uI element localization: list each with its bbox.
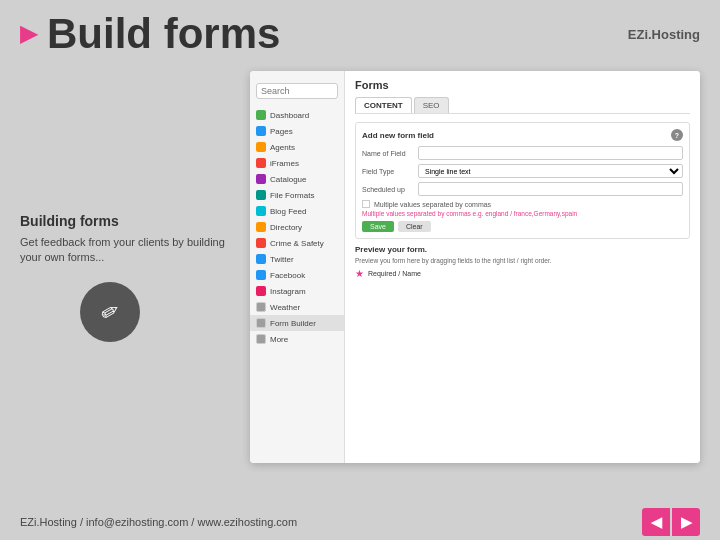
left-text-area: Building forms Get feedback from your cl… xyxy=(20,73,230,342)
sidebar-item-agents[interactable]: Agents xyxy=(250,139,344,155)
field-type-select[interactable]: Single line text Multi line text Dropdow… xyxy=(418,164,683,178)
header: ▶ Build forms EZi.Hosting xyxy=(0,0,720,63)
cms-tabs: CONTENT SEO xyxy=(355,97,690,114)
dashboard-nav-icon xyxy=(256,110,266,120)
cms-nav: Dashboard Pages Agents iFrames Catalogue… xyxy=(250,71,345,463)
nav-buttons: ◀ ▶ xyxy=(642,508,700,536)
sidebar-item-label: Form Builder xyxy=(270,319,316,328)
form-section-title: Add new form field ? xyxy=(362,129,683,141)
blogfeed-nav-icon xyxy=(256,206,266,216)
name-field-label: Name of Field xyxy=(362,150,412,157)
formbuilder-nav-icon xyxy=(256,318,266,328)
catalogue-nav-icon xyxy=(256,174,266,184)
sidebar-item-label: Twitter xyxy=(270,255,294,264)
sidebar-item-label: Instagram xyxy=(270,287,306,296)
preview-field-row: ★ Required / Name xyxy=(355,268,690,279)
cms-main: Forms CONTENT SEO Add new form field ? N… xyxy=(345,71,700,463)
more-nav-icon xyxy=(256,334,266,344)
footer: EZi.Hosting / info@ezihosting.com / www.… xyxy=(0,504,720,540)
left-panel: Building forms Get feedback from your cl… xyxy=(20,63,230,463)
preview-desc: Preview you form here by dragging fields… xyxy=(355,257,690,264)
form-section: Add new form field ? Name of Field Field… xyxy=(355,122,690,239)
arrow-icon: ▶ xyxy=(20,21,37,47)
header-title-area: ▶ Build forms xyxy=(20,10,280,58)
pencil-circle: ✏ xyxy=(80,282,140,342)
sidebar-item-facebook[interactable]: Facebook xyxy=(250,267,344,283)
sidebar-item-directory[interactable]: Directory xyxy=(250,219,344,235)
crime-nav-icon xyxy=(256,238,266,248)
page-title: Build forms xyxy=(47,10,280,58)
clear-button[interactable]: Clear xyxy=(398,221,431,232)
brand-logo: EZi.Hosting xyxy=(628,27,700,42)
facebook-nav-icon xyxy=(256,270,266,280)
sidebar-item-twitter[interactable]: Twitter xyxy=(250,251,344,267)
required-row: Multiple values separated by commas xyxy=(362,200,683,208)
agents-nav-icon xyxy=(256,142,266,152)
sidebar-item-label: Dashboard xyxy=(270,111,309,120)
weather-nav-icon xyxy=(256,302,266,312)
field-type-row: Field Type Single line text Multi line t… xyxy=(362,164,683,178)
fileformats-nav-icon xyxy=(256,190,266,200)
sidebar-item-blogfeed[interactable]: Blog Feed xyxy=(250,203,344,219)
values-hint: Multiple values separated by commas e.g.… xyxy=(362,210,683,217)
instagram-nav-icon xyxy=(256,286,266,296)
button-row: Save Clear xyxy=(362,221,683,232)
main-content: Building forms Get feedback from your cl… xyxy=(0,63,720,463)
sidebar-item-dashboard[interactable]: Dashboard xyxy=(250,107,344,123)
sidebar-item-label: File Formats xyxy=(270,191,314,200)
required-checkbox[interactable] xyxy=(362,200,370,208)
sidebar-item-label: Agents xyxy=(270,143,295,152)
next-button[interactable]: ▶ xyxy=(672,508,700,536)
sidebar-item-instagram[interactable]: Instagram xyxy=(250,283,344,299)
tab-content[interactable]: CONTENT xyxy=(355,97,412,113)
star-icon: ★ xyxy=(355,268,364,279)
sidebar-item-label: Blog Feed xyxy=(270,207,306,216)
twitter-nav-icon xyxy=(256,254,266,264)
sidebar-item-fileformats[interactable]: File Formats xyxy=(250,187,344,203)
pencil-icon: ✏ xyxy=(96,296,125,328)
sidebar-item-label: iFrames xyxy=(270,159,299,168)
cms-mockup: Dashboard Pages Agents iFrames Catalogue… xyxy=(250,71,700,463)
tab-seo[interactable]: SEO xyxy=(414,97,449,113)
preview-section: Preview your form. Preview you form here… xyxy=(355,245,690,279)
sidebar-item-label: More xyxy=(270,335,288,344)
sidebar-item-more[interactable]: More xyxy=(250,331,344,347)
sidebar-item-label: Facebook xyxy=(270,271,305,280)
sidebar-item-iframes[interactable]: iFrames xyxy=(250,155,344,171)
preview-field-label: Required / Name xyxy=(368,270,421,277)
iframes-nav-icon xyxy=(256,158,266,168)
pages-nav-icon xyxy=(256,126,266,136)
section-title: Building forms xyxy=(20,213,230,229)
sidebar-item-catalogue[interactable]: Catalogue xyxy=(250,171,344,187)
sidebar-item-pages[interactable]: Pages xyxy=(250,123,344,139)
sidebar-item-crime[interactable]: Crime & Safety xyxy=(250,235,344,251)
prev-button[interactable]: ◀ xyxy=(642,508,670,536)
sidebar-item-label: Weather xyxy=(270,303,300,312)
sidebar-item-label: Catalogue xyxy=(270,175,306,184)
directory-nav-icon xyxy=(256,222,266,232)
scheduled-label: Scheduled up xyxy=(362,186,412,193)
name-field-row: Name of Field xyxy=(362,146,683,160)
scheduled-row: Scheduled up xyxy=(362,182,683,196)
sidebar-item-formbuilder[interactable]: Form Builder xyxy=(250,315,344,331)
footer-text: EZi.Hosting / info@ezihosting.com / www.… xyxy=(20,516,297,528)
help-button[interactable]: ? xyxy=(671,129,683,141)
search-input[interactable] xyxy=(256,83,338,99)
sidebar-item-label: Crime & Safety xyxy=(270,239,324,248)
sidebar-item-weather[interactable]: Weather xyxy=(250,299,344,315)
preview-title: Preview your form. xyxy=(355,245,690,254)
section-desc: Get feedback from your clients by buildi… xyxy=(20,235,230,266)
name-field-input[interactable] xyxy=(418,146,683,160)
field-type-label: Field Type xyxy=(362,168,412,175)
required-label: Multiple values separated by commas xyxy=(374,201,491,208)
sidebar-item-label: Pages xyxy=(270,127,293,136)
sidebar-item-label: Directory xyxy=(270,223,302,232)
cms-page-title: Forms xyxy=(355,79,690,91)
save-button[interactable]: Save xyxy=(362,221,394,232)
scheduled-input[interactable] xyxy=(418,182,683,196)
